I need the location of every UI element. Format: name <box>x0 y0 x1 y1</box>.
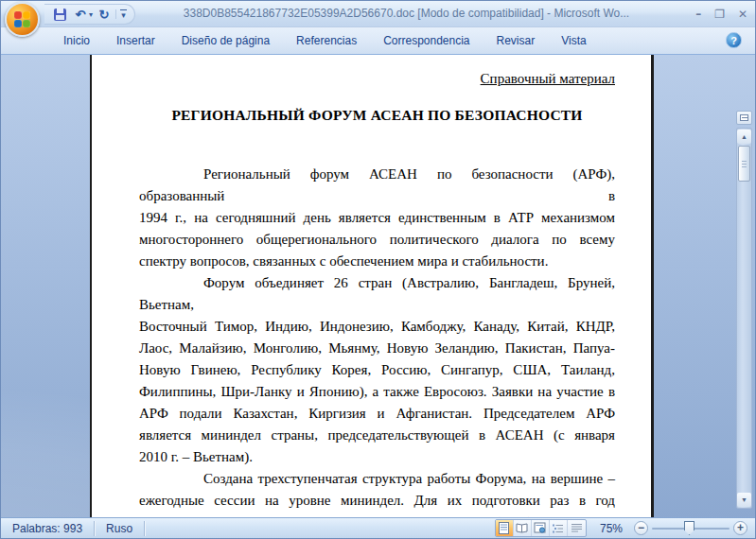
tab-correspondencia[interactable]: Correspondencia <box>370 29 483 52</box>
window-title: 338D0B855421867732E05399A2D56670.doc [Mo… <box>152 1 660 26</box>
grip-line <box>742 161 747 162</box>
arrow-up-icon: ▲ <box>741 133 747 140</box>
tab-diseno-de-pagina[interactable]: Diseño de página <box>168 29 283 52</box>
scroll-up-button[interactable]: ▲ <box>737 130 751 144</box>
redo-button[interactable]: ↻ <box>95 6 114 24</box>
undo-dropdown-icon[interactable]: ▾ <box>89 10 93 19</box>
help-button[interactable]: ? <box>726 32 742 48</box>
office-button[interactable] <box>5 2 40 37</box>
doc-line: Лаос, Малайзию, Монголию, Мьянму, Новую … <box>139 338 615 359</box>
title-bar: ↶ ▾ ↻ ▾ 338D0B855421867732E05399A2D56670… <box>1 1 755 27</box>
zoom-level[interactable]: 75% <box>600 522 623 535</box>
undo-button[interactable]: ↶ <box>71 6 90 24</box>
view-web-layout-button[interactable] <box>532 520 550 536</box>
tab-referencias[interactable]: Referencias <box>283 29 370 52</box>
doc-line: является мининдел страны, председательст… <box>139 425 615 446</box>
draft-view-icon <box>571 522 583 534</box>
doc-line: Создана трехступенчатая структура работы… <box>139 468 615 490</box>
view-shortcuts <box>495 519 587 537</box>
web-layout-icon <box>534 522 546 534</box>
ruler-icon <box>740 114 748 121</box>
ref-label: Справочный материал <box>139 68 615 90</box>
chevron-down-icon: ▾ <box>121 10 126 20</box>
status-bar-right: 75% − + <box>495 519 755 537</box>
view-full-screen-reading-button[interactable] <box>514 520 532 536</box>
ruler-toggle-button[interactable] <box>736 111 752 125</box>
language-indicator[interactable]: Ruso <box>95 518 144 538</box>
zoom-in-button[interactable]: + <box>733 521 747 535</box>
vertical-scrollbar: ▲ ▼ ▲ ▼ <box>735 109 753 539</box>
save-icon <box>54 9 66 21</box>
help-icon: ? <box>730 35 737 46</box>
word-window: ↶ ▾ ↻ ▾ 338D0B855421867732E05399A2D56670… <box>0 0 756 539</box>
zoom-in-icon: + <box>737 521 744 534</box>
close-button[interactable]: ✕ <box>738 8 747 21</box>
zoom-slider-thumb[interactable] <box>684 521 694 535</box>
tab-vista[interactable]: Vista <box>548 29 599 52</box>
tab-insertar[interactable]: Insertar <box>103 29 168 52</box>
zoom-slider[interactable] <box>652 521 730 535</box>
save-button[interactable] <box>50 6 69 24</box>
ribbon-tabs: Inicio Insertar Diseño de página Referen… <box>50 29 600 52</box>
doc-line: Новую Гвинею, Республику Корея, Россию, … <box>139 359 615 381</box>
doc-line: АРФ подали Казахстан, Киргизия и Афганис… <box>139 403 615 425</box>
doc-line: Региональный форум АСЕАН по безопасности… <box>139 164 615 207</box>
tab-inicio[interactable]: Inicio <box>50 29 103 52</box>
ribbon-tab-row: Inicio Insertar Diseño de página Referen… <box>1 27 755 55</box>
arrow-down-icon: ▼ <box>741 496 747 503</box>
scrollbar-track[interactable]: ▲ ▼ <box>736 128 752 509</box>
undo-icon: ↶ <box>76 8 86 22</box>
reading-view-icon <box>516 522 528 534</box>
qat-customize-button[interactable]: ▾ <box>115 9 127 19</box>
print-layout-icon <box>498 522 510 534</box>
window-controls: – ❐ ✕ <box>695 1 747 26</box>
doc-line: ежегодные сессии на уровне мининдел. Для… <box>139 490 615 512</box>
redo-icon: ↻ <box>99 8 110 22</box>
scrollbar-thumb[interactable] <box>738 146 750 182</box>
word-count[interactable]: Palabras: 993 <box>1 518 94 538</box>
doc-line: 1994 г., на сегодняшний день является ед… <box>139 207 615 229</box>
grip-line <box>742 166 747 167</box>
status-bar: Palabras: 993 Ruso <box>1 517 755 538</box>
scroll-down-button[interactable]: ▼ <box>737 493 751 507</box>
zoom-out-button[interactable]: − <box>634 521 648 535</box>
doc-line: спектру вопросов, связанных с обеспечени… <box>139 251 615 272</box>
doc-line: 2010 г. – Вьетнам). <box>139 446 615 468</box>
restore-button[interactable]: ❐ <box>714 8 725 21</box>
separator <box>144 521 145 536</box>
office-logo-icon <box>14 11 30 27</box>
quick-access-toolbar: ↶ ▾ ↻ ▾ <box>44 4 135 25</box>
zoom-out-icon: − <box>638 521 644 534</box>
view-outline-button[interactable] <box>550 520 568 536</box>
outline-view-icon <box>552 522 564 534</box>
paragraph-2: Форум объединяет 26 стран (Австралию, Ба… <box>139 272 615 468</box>
doc-line: Форум объединяет 26 стран (Австралию, Ба… <box>139 272 615 316</box>
doc-line: Восточный Тимор, Индию, Индонезию, Камбо… <box>139 316 615 338</box>
doc-line: многостороннего общерегионального полити… <box>139 229 615 251</box>
tab-revisar[interactable]: Revisar <box>483 29 549 52</box>
doc-heading: РЕГИОНАЛЬНЫЙ ФОРУМ АСЕАН ПО БЕЗОПАСНОСТИ <box>139 104 615 126</box>
minimize-button[interactable]: – <box>695 8 701 21</box>
document-page[interactable]: Справочный материал РЕГИОНАЛЬНЫЙ ФОРУМ А… <box>90 55 654 519</box>
view-draft-button[interactable] <box>568 520 586 536</box>
view-print-layout-button[interactable] <box>496 520 514 536</box>
grip-line <box>742 164 747 165</box>
document-area: Справочный материал РЕГИОНАЛЬНЫЙ ФОРУМ А… <box>1 55 755 519</box>
doc-line: Филиппины, Шри-Ланку и Японию), а также … <box>139 381 615 403</box>
paragraph-1: Региональный форум АСЕАН по безопасности… <box>139 164 615 272</box>
